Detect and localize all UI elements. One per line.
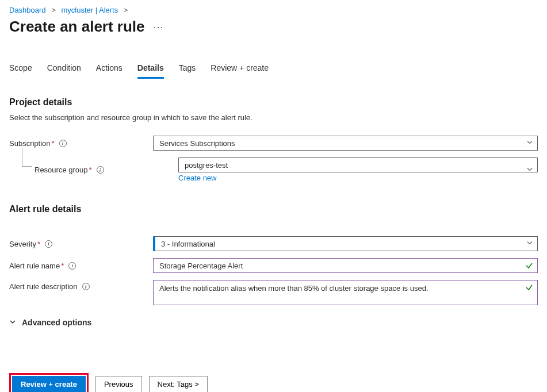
info-icon[interactable]: i [68,262,76,270]
resource-group-select[interactable]: postgres-test [178,157,538,172]
alert-rule-name-input[interactable]: Storage Percentage Alert [153,258,538,273]
tab-tags[interactable]: Tags [179,63,196,79]
subscription-row: Subscription * i Services Subscriptions [9,136,538,151]
info-icon[interactable]: i [45,240,52,248]
more-options-button[interactable]: ⋯ [153,24,163,30]
page-title-row: Create an alert rule ⋯ [9,18,538,36]
required-asterisk: * [89,166,92,174]
info-icon[interactable]: i [97,166,104,174]
page-title: Create an alert rule [9,18,145,36]
required-asterisk: * [52,139,55,148]
required-asterisk: * [61,262,64,270]
resource-group-row: Resource group * i postgres-test Create … [9,157,538,182]
alert-rule-name-label: Alert rule name [9,262,60,270]
project-details-description: Select the subscription and resource gro… [9,113,538,122]
highlight-annotation: Review + create [9,373,89,392]
info-icon[interactable]: i [59,140,67,147]
subscription-select[interactable]: Services Subscriptions [153,136,538,151]
advanced-options-label: Advanced options [22,318,91,327]
chevron-down-icon [9,318,16,327]
advanced-options-toggle[interactable]: Advanced options [9,318,538,327]
tab-scope[interactable]: Scope [9,63,32,79]
footer-actions: Review + create Previous Next: Tags > [9,373,538,392]
tree-connector [22,148,32,167]
project-details-heading: Project details [9,97,538,107]
next-button[interactable]: Next: Tags > [149,376,208,392]
review-create-button[interactable]: Review + create [12,376,86,392]
tab-review-create[interactable]: Review + create [211,63,269,79]
tab-details[interactable]: Details [137,63,164,79]
breadcrumb: Dashboard > mycluster | Alerts > [9,6,538,14]
breadcrumb-cluster-alerts[interactable]: mycluster | Alerts [61,6,118,14]
alert-rule-description-label: Alert rule description [9,282,78,291]
severity-label: Severity [9,240,36,248]
info-icon[interactable]: i [82,283,90,290]
subscription-label: Subscription [9,139,51,148]
alert-rule-description-row: Alert rule description i Alerts the noti… [9,280,538,305]
breadcrumb-dashboard[interactable]: Dashboard [9,6,46,14]
breadcrumb-separator: > [51,6,56,14]
project-details-section: Project details Select the subscription … [9,97,538,182]
resource-group-label: Resource group [35,166,88,174]
severity-select[interactable]: 3 - Informational [153,236,538,251]
alert-rule-details-section: Alert rule details Severity * i 3 - Info… [9,204,538,327]
severity-row: Severity * i 3 - Informational [9,236,538,251]
tab-condition[interactable]: Condition [47,63,81,79]
tab-bar: Scope Condition Actions Details Tags Rev… [9,63,538,79]
previous-button[interactable]: Previous [95,376,142,392]
tab-actions[interactable]: Actions [96,63,123,79]
breadcrumb-separator: > [124,6,128,14]
alert-rule-description-input[interactable]: Alerts the notification alias when more … [153,280,538,305]
create-new-rg-link[interactable]: Create new [178,174,216,182]
alert-rule-name-row: Alert rule name * i Storage Percentage A… [9,258,538,273]
required-asterisk: * [37,240,40,248]
alert-rule-details-heading: Alert rule details [9,204,538,214]
